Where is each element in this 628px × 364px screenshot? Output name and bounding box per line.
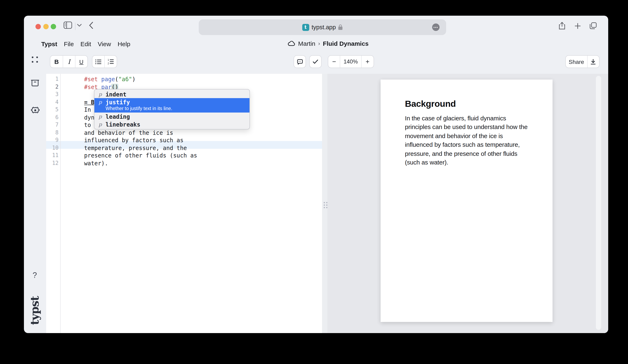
autocomplete-item-selected[interactable]: pjustifyWhether to justify text in its l… bbox=[94, 98, 249, 113]
document-page: Background In the case of glaciers, flui… bbox=[381, 79, 552, 322]
sidebar-toggle-icon[interactable] bbox=[64, 21, 72, 29]
line-number: 5 bbox=[46, 106, 59, 114]
menu-file[interactable]: File bbox=[64, 40, 74, 47]
code-line[interactable]: 10temperature, pressure, and the bbox=[46, 144, 322, 152]
breadcrumb: Martin › Fluid Dynamics bbox=[288, 40, 369, 47]
zoom-in-button[interactable]: + bbox=[361, 56, 374, 68]
dashboard-grid-icon[interactable] bbox=[31, 56, 39, 64]
files-tray-icon[interactable] bbox=[31, 79, 39, 86]
code-token: page bbox=[101, 76, 115, 82]
autocomplete-item[interactable]: pindent bbox=[94, 90, 249, 98]
line-number: 6 bbox=[46, 114, 59, 121]
code-line[interactable]: 9influenced by factors such as bbox=[46, 137, 322, 144]
preview-body-line: In the case of glaciers, fluid dynamics bbox=[405, 114, 528, 123]
zoom-level[interactable]: 140% bbox=[340, 56, 361, 68]
code-token: ( bbox=[115, 76, 119, 82]
bold-button[interactable]: B bbox=[50, 56, 63, 68]
autocomplete-item[interactable]: plinebreaks bbox=[94, 120, 249, 128]
autocomplete-item-name: justify bbox=[106, 99, 130, 105]
line-number: 7 bbox=[46, 121, 59, 129]
underline-button[interactable]: U bbox=[75, 56, 87, 68]
new-tab-icon[interactable] bbox=[575, 23, 581, 29]
code-line[interactable]: 11presence of other fluids (such as bbox=[46, 152, 322, 159]
code-line[interactable]: 1#set page("a6") bbox=[46, 75, 322, 83]
code-token: presence of other fluids (such as bbox=[84, 152, 197, 159]
autocomplete-item[interactable]: pleading bbox=[94, 113, 249, 120]
code-line[interactable]: 12water). bbox=[46, 159, 322, 167]
list-group: 1 2 bbox=[92, 55, 117, 68]
compile-status-group bbox=[309, 55, 322, 68]
autocomplete-item-name: linebreaks bbox=[106, 121, 140, 128]
help-icon[interactable]: ? bbox=[33, 271, 37, 280]
line-number: 9 bbox=[46, 137, 59, 144]
preview-body-line: principles can be used to understand how… bbox=[405, 123, 528, 132]
menu-help[interactable]: Help bbox=[118, 40, 130, 47]
chrome-divider bbox=[75, 23, 76, 30]
line-number: 3 bbox=[46, 91, 59, 98]
code-text: and behavior of the ice is bbox=[84, 129, 173, 137]
preview-body-line: (such as water). bbox=[405, 158, 528, 167]
code-token: temperature, pressure, and the bbox=[84, 145, 187, 151]
zoom-out-button[interactable]: − bbox=[328, 56, 340, 68]
bullet-list-button[interactable] bbox=[92, 56, 104, 68]
preview-body-line: influenced by factors such as temperatur… bbox=[405, 140, 528, 149]
share-page-icon[interactable] bbox=[559, 22, 565, 30]
comments-button-group bbox=[294, 55, 306, 68]
divider-drag-handle-icon[interactable] bbox=[324, 202, 325, 203]
code-text: #set page("a6") bbox=[84, 75, 136, 83]
preview-scrollbar[interactable] bbox=[596, 76, 601, 330]
preview-body: In the case of glaciers, fluid dynamicsp… bbox=[405, 114, 528, 167]
page-settings-icon[interactable]: ••• bbox=[432, 23, 440, 31]
menu-typst[interactable]: Typst bbox=[41, 40, 57, 47]
text-style-group: B I U bbox=[50, 55, 88, 68]
download-icon[interactable] bbox=[587, 56, 599, 68]
code-line[interactable]: 8and behavior of the ice is bbox=[46, 129, 322, 137]
address-bar[interactable]: t typst.app ••• bbox=[199, 19, 446, 35]
line-number: 1 bbox=[46, 75, 59, 83]
code-text: temperature, pressure, and the bbox=[84, 144, 187, 152]
autocomplete-item-description: Whether to justify text in its line. bbox=[106, 105, 245, 112]
parameter-icon: p bbox=[98, 91, 103, 97]
typst-logo: typst bbox=[28, 290, 41, 331]
autocomplete-popup: pindentpjustifyWhether to justify text i… bbox=[94, 89, 250, 130]
zoom-control-group: − 140% + bbox=[328, 55, 374, 68]
gutter-border bbox=[60, 74, 61, 333]
code-token: influenced by factors such as bbox=[84, 137, 183, 144]
share-button[interactable]: Share bbox=[566, 56, 587, 68]
code-token: and behavior of the ice is bbox=[84, 129, 173, 136]
parameter-icon: p bbox=[98, 121, 103, 127]
check-icon[interactable] bbox=[310, 56, 321, 68]
autocomplete-item-name: indent bbox=[106, 91, 126, 97]
numbered-list-button[interactable]: 1 2 bbox=[104, 56, 117, 68]
document-title[interactable]: Fluid Dynamics bbox=[323, 40, 369, 47]
back-icon[interactable] bbox=[89, 22, 93, 29]
menu-view[interactable]: View bbox=[98, 40, 111, 47]
url-text: typst.app bbox=[312, 24, 336, 30]
app-menubar: Typst File Edit View Help bbox=[41, 40, 130, 47]
menu-edit[interactable]: Edit bbox=[80, 40, 91, 47]
browser-window: t typst.app ••• Typst File Edit View bbox=[24, 16, 608, 333]
line-number: 10 bbox=[46, 144, 59, 152]
line-number: 2 bbox=[46, 83, 59, 91]
preview-pane: Background In the case of glaciers, flui… bbox=[327, 74, 608, 333]
window-zoom-button[interactable] bbox=[51, 24, 56, 29]
chevron-down-icon[interactable] bbox=[77, 24, 82, 27]
parameter-icon: p bbox=[98, 113, 103, 120]
pane-divider[interactable] bbox=[322, 74, 327, 333]
window-close-button[interactable] bbox=[35, 24, 41, 29]
italic-button[interactable]: I bbox=[63, 56, 75, 68]
line-number: 4 bbox=[46, 98, 59, 106]
comment-icon[interactable] bbox=[294, 56, 306, 68]
preview-heading: Background bbox=[405, 99, 456, 109]
tab-overview-icon[interactable] bbox=[590, 22, 597, 29]
svg-text:2: 2 bbox=[108, 62, 109, 64]
screen: t typst.app ••• Typst File Edit View bbox=[0, 0, 628, 364]
line-number: 8 bbox=[46, 129, 59, 137]
settings-gear-icon[interactable] bbox=[31, 106, 40, 115]
code-token bbox=[98, 76, 101, 82]
breadcrumb-separator-icon: › bbox=[318, 40, 320, 47]
window-minimize-button[interactable] bbox=[43, 24, 48, 29]
code-text: presence of other fluids (such as bbox=[84, 152, 197, 159]
breadcrumb-workspace[interactable]: Martin bbox=[298, 40, 315, 47]
code-token: "a6" bbox=[118, 76, 132, 82]
